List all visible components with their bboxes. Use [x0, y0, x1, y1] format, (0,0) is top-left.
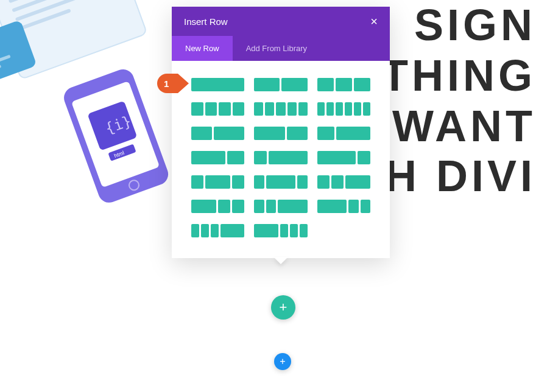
layout-column — [269, 151, 307, 164]
layout-column — [191, 151, 225, 164]
layout-column — [317, 200, 347, 213]
hero-background-text: SIGN THING WANT H DIVI — [376, 0, 536, 201]
layout-column — [278, 200, 308, 213]
close-icon[interactable]: × — [370, 15, 378, 27]
layout-column — [363, 102, 370, 116]
layout-option-2-3-1-3[interactable] — [191, 151, 244, 164]
layout-option-1-2-1-4-1-4[interactable] — [191, 200, 244, 213]
layout-option-5col[interactable] — [254, 102, 307, 116]
svg-rect-1 — [9, 0, 67, 3]
insert-row-modal: Insert Row × New Row Add From Library — [172, 7, 390, 258]
layout-column — [254, 200, 264, 213]
modal-header: Insert Row × — [172, 7, 390, 36]
layout-column — [348, 200, 358, 213]
svg-rect-17 — [0, 55, 11, 70]
layout-column — [280, 224, 288, 237]
layout-option-1-3-2-3[interactable] — [317, 127, 370, 140]
layout-column — [191, 78, 244, 91]
layout-option-3col[interactable] — [317, 78, 370, 91]
layout-column — [287, 102, 297, 116]
layout-column — [290, 224, 298, 237]
layout-column — [254, 175, 264, 189]
svg-text:{i}: {i} — [103, 113, 133, 138]
svg-rect-3 — [15, 0, 85, 21]
layout-column — [266, 175, 296, 189]
layout-column — [211, 224, 219, 237]
svg-rect-11 — [108, 144, 136, 161]
layout-column — [354, 102, 361, 116]
layout-option-3-4-1-4[interactable] — [317, 151, 370, 164]
tab-add-from-library[interactable]: Add From Library — [233, 36, 320, 61]
layout-option-2-5col[interactable] — [191, 127, 244, 140]
layout-column — [317, 151, 356, 164]
layout-column — [232, 200, 244, 213]
layout-option-1-4-1-2-1-4[interactable] — [191, 175, 244, 189]
layout-column — [345, 102, 352, 116]
layout-column — [254, 127, 285, 140]
layout-column — [191, 102, 203, 116]
add-row-button[interactable]: + — [271, 295, 295, 320]
plus-icon: + — [280, 299, 287, 315]
modal-body — [172, 61, 390, 258]
layout-column — [297, 175, 307, 189]
layout-column — [336, 127, 370, 140]
layout-column — [205, 175, 230, 189]
layout-column — [191, 127, 212, 140]
layout-column — [219, 102, 231, 116]
layout-option-1-2-1-6-1-6-1-6[interactable] — [254, 224, 307, 237]
layout-column — [214, 127, 245, 140]
layout-column — [345, 175, 370, 189]
layout-column — [336, 102, 343, 116]
layout-column — [265, 102, 274, 116]
layout-column — [254, 151, 267, 164]
layout-column — [326, 102, 334, 116]
layout-column — [227, 151, 244, 164]
layout-column — [317, 102, 325, 116]
add-section-button[interactable]: + — [274, 353, 291, 370]
layout-option-3-5-1-5-1-5[interactable] — [317, 200, 370, 213]
layout-option-1-6-1-6-1-6-1-2[interactable] — [191, 224, 244, 237]
layout-column — [191, 224, 199, 237]
layout-option-6col[interactable] — [317, 102, 370, 116]
layout-option-4col[interactable] — [191, 102, 244, 116]
layout-option-2col[interactable] — [254, 78, 307, 91]
modal-title: Insert Row — [184, 16, 228, 27]
layout-column — [220, 224, 244, 237]
layout-column — [276, 102, 285, 116]
layout-column — [218, 200, 230, 213]
layout-column — [281, 78, 307, 91]
svg-rect-7 — [61, 66, 171, 206]
layout-column — [331, 175, 344, 189]
layout-column — [201, 224, 209, 237]
annotation-marker: 1 — [157, 74, 178, 93]
svg-rect-2 — [12, 0, 93, 12]
svg-rect-14 — [0, 19, 37, 88]
svg-rect-0 — [0, 0, 147, 79]
layout-column — [354, 78, 370, 91]
layout-option-1-4-3-4[interactable] — [254, 151, 307, 164]
layout-column — [317, 127, 334, 140]
layout-column — [298, 102, 308, 116]
layout-option-1-4-1-4-1-2[interactable] — [317, 175, 370, 189]
layout-column — [336, 78, 352, 91]
modal-pointer-icon — [273, 257, 288, 264]
layout-column — [191, 200, 216, 213]
layout-option-1-5-1-5-3-5[interactable] — [254, 200, 307, 213]
layout-column — [232, 175, 244, 189]
layout-option-1-5-3-5-1-5[interactable] — [254, 175, 307, 189]
marker-badge: 1 — [157, 74, 178, 93]
layout-column — [205, 102, 217, 116]
layout-column — [191, 175, 203, 189]
layout-column — [300, 224, 308, 237]
layout-option-1col[interactable] — [191, 78, 244, 91]
layout-column — [254, 224, 278, 237]
layout-option-3-5col[interactable] — [254, 127, 307, 140]
svg-rect-8 — [71, 81, 160, 187]
svg-rect-4 — [18, 9, 71, 30]
tab-new-row[interactable]: New Row — [172, 36, 233, 61]
plus-icon: + — [280, 356, 285, 367]
layouts-grid — [191, 78, 370, 237]
layout-column — [266, 200, 276, 213]
svg-point-13 — [128, 179, 141, 192]
layout-column — [358, 151, 370, 164]
